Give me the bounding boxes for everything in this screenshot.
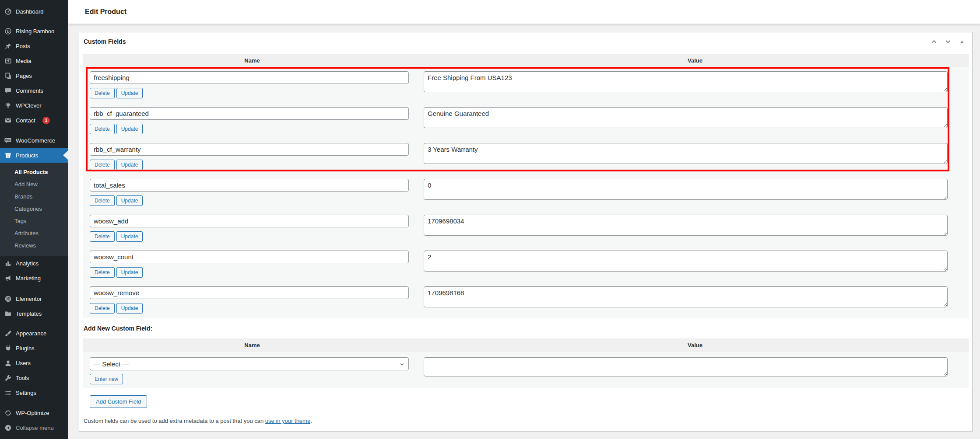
delete-button[interactable]: Delete xyxy=(90,160,115,170)
custom-fields-table: Name Value Delete Update Free Shipping F… xyxy=(83,54,969,318)
field-value-textarea[interactable]: 0 xyxy=(424,179,948,200)
submenu-item-tags[interactable]: Tags xyxy=(0,215,68,227)
sidebar-item-label: WooCommerce xyxy=(16,137,55,144)
elementor-icon xyxy=(4,295,12,303)
move-up-button[interactable] xyxy=(927,35,941,48)
pushpin-icon xyxy=(4,42,12,50)
sidebar-item-rising-bamboo[interactable]: Rising Bamboo xyxy=(0,24,68,38)
sidebar-item-marketing[interactable]: Marketing xyxy=(0,271,68,286)
table-body: Delete Update Free Shipping From USA123 … xyxy=(83,67,969,318)
field-value-textarea[interactable]: 3 Years Warranty xyxy=(424,143,948,164)
submenu-item-label: Categories xyxy=(14,206,42,212)
sidebar-item-comments[interactable]: Comments xyxy=(0,83,68,98)
submenu-item-reviews[interactable]: Reviews xyxy=(0,239,68,251)
delete-button[interactable]: Delete xyxy=(90,303,115,314)
comment-bubble-icon xyxy=(4,87,12,94)
sidebar-item-wp-optimize[interactable]: WP-Optimize xyxy=(0,405,68,420)
sidebar-item-tools[interactable]: Tools xyxy=(0,370,68,385)
custom-field-row: Delete Update 1709698034 xyxy=(83,210,969,246)
move-down-button[interactable] xyxy=(941,35,955,48)
field-value-textarea[interactable]: Genuine Guaranteed xyxy=(424,107,948,128)
submenu-item-all-products[interactable]: All Products xyxy=(0,166,68,178)
update-button[interactable]: Update xyxy=(116,267,143,278)
delete-button[interactable]: Delete xyxy=(90,124,115,134)
admin-sidebar: Dashboard Rising Bamboo Posts Media Page… xyxy=(0,0,68,439)
woocommerce-icon xyxy=(4,136,12,144)
field-name-input[interactable] xyxy=(90,107,409,120)
custom-field-row: Delete Update Free Shipping From USA123 xyxy=(83,67,969,103)
sidebar-item-analytics[interactable]: Analytics xyxy=(0,256,68,271)
field-name-input[interactable] xyxy=(90,286,409,299)
submenu-item-attributes[interactable]: Attributes xyxy=(0,227,68,239)
delete-button[interactable]: Delete xyxy=(90,267,115,278)
new-field-value-textarea[interactable] xyxy=(424,357,948,376)
add-custom-field-button[interactable]: Add Custom Field xyxy=(90,395,147,408)
custom-fields-help-text: Custom fields can be used to add extra m… xyxy=(84,418,969,424)
sidebar-item-woocommerce[interactable]: WooCommerce xyxy=(0,133,68,148)
sidebar-item-wpclever[interactable]: WPClever xyxy=(0,98,68,113)
sidebar-item-users[interactable]: Users xyxy=(0,355,68,370)
submenu-item-brands[interactable]: Brands xyxy=(0,190,68,202)
submenu-item-add-new[interactable]: Add New xyxy=(0,178,68,190)
sidebar-item-elementor[interactable]: Elementor xyxy=(0,291,68,306)
meta-key-select[interactable]: — Select — xyxy=(90,357,409,370)
megaphone-icon xyxy=(4,274,12,282)
field-value-textarea[interactable]: Free Shipping From USA123 xyxy=(424,71,948,92)
pages-icon xyxy=(4,72,12,80)
submenu-item-label: Brands xyxy=(14,193,32,200)
sidebar-item-settings[interactable]: Settings xyxy=(0,385,68,400)
toggle-panel-button[interactable]: ▲ xyxy=(955,35,969,48)
add-new-body-row: — Select — Enter new xyxy=(83,352,969,388)
sidebar-item-label: Contact xyxy=(16,117,35,124)
add-new-heading: Add New Custom Field: xyxy=(84,325,969,332)
sidebar-item-media[interactable]: Media xyxy=(0,53,68,68)
field-name-input[interactable] xyxy=(90,215,409,227)
name-column-header: Name xyxy=(83,54,422,67)
sidebar-item-plugins[interactable]: Plugins xyxy=(0,341,68,355)
metabox-header: Custom Fields ▲ xyxy=(79,32,972,51)
sidebar-item-products[interactable]: Products xyxy=(0,148,68,163)
enter-new-button[interactable]: Enter new xyxy=(90,374,123,384)
sidebar-item-dashboard[interactable]: Dashboard xyxy=(0,4,68,19)
update-button[interactable]: Update xyxy=(116,303,143,314)
update-button[interactable]: Update xyxy=(116,231,143,242)
field-name-input[interactable] xyxy=(90,179,409,192)
envelope-icon xyxy=(4,116,12,124)
field-value-textarea[interactable]: 1709698168 xyxy=(424,286,948,307)
delete-button[interactable]: Delete xyxy=(90,231,115,242)
field-name-input[interactable] xyxy=(90,251,409,263)
sidebar-item-label: Pages xyxy=(16,73,32,79)
sidebar-item-label: Marketing xyxy=(16,275,41,282)
delete-button[interactable]: Delete xyxy=(90,88,115,98)
field-name-input[interactable] xyxy=(90,143,409,156)
update-button[interactable]: Update xyxy=(116,88,143,98)
paintbrush-icon xyxy=(4,329,12,337)
field-name-input[interactable] xyxy=(90,71,409,84)
use-in-theme-link[interactable]: use in your theme xyxy=(265,418,310,424)
sidebar-item-label: Elementor xyxy=(16,296,42,302)
submenu-item-categories[interactable]: Categories xyxy=(0,202,68,215)
sidebar-item-label: Settings xyxy=(16,390,36,396)
name-column-header: Name xyxy=(83,338,422,352)
update-button[interactable]: Update xyxy=(116,195,143,206)
sidebar-item-pages[interactable]: Pages xyxy=(0,68,68,83)
update-button[interactable]: Update xyxy=(116,124,143,134)
add-new-table: Name Value — Select — Enter new xyxy=(83,338,969,388)
sidebar-item-contact[interactable]: Contact 1 xyxy=(0,113,68,128)
update-button[interactable]: Update xyxy=(116,160,143,170)
products-box-icon xyxy=(4,151,12,159)
plug-icon xyxy=(4,344,12,352)
field-value-textarea[interactable]: 2 xyxy=(424,251,948,272)
sidebar-item-label: Appearance xyxy=(16,330,46,337)
sidebar-item-label: Dashboard xyxy=(16,8,44,15)
sliders-icon xyxy=(4,389,12,397)
sidebar-item-appearance[interactable]: Appearance xyxy=(0,326,68,341)
sidebar-item-posts[interactable]: Posts xyxy=(0,38,68,53)
sidebar-item-templates[interactable]: Templates xyxy=(0,306,68,321)
field-value-textarea[interactable]: 1709698034 xyxy=(424,215,948,236)
folder-icon xyxy=(4,310,12,317)
metabox-body: Name Value Delete Update Free Shipping F… xyxy=(79,51,972,431)
collapse-menu-button[interactable]: Collapse menu xyxy=(0,420,68,435)
table-header-row: Name Value xyxy=(83,54,969,67)
delete-button[interactable]: Delete xyxy=(90,195,115,206)
